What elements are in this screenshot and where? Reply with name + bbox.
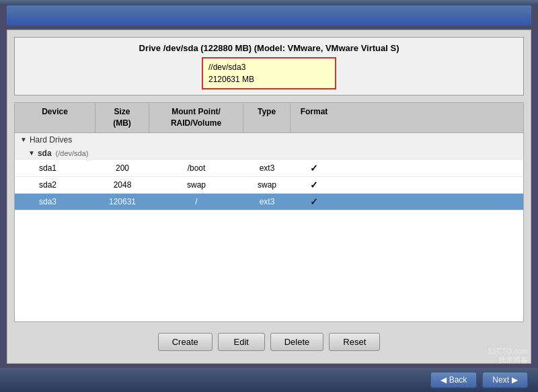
- row1-size: 200: [95, 161, 149, 175]
- row3-mount: /: [149, 194, 243, 209]
- watermark: 51CTO.com技术博客: [488, 347, 528, 365]
- table-row[interactable]: sda1 200 /boot ext3 ✓: [15, 160, 523, 177]
- col-size: Size(MB): [95, 103, 149, 132]
- row3-device: sda3: [15, 194, 95, 209]
- row1-mount: /boot: [149, 161, 243, 175]
- row1-format: ✓: [291, 160, 338, 176]
- drive-info-box: Drive /dev/sda (122880 MB) (Model: VMwar…: [14, 37, 524, 95]
- row2-format: ✓: [291, 177, 338, 193]
- blue-banner: [7, 5, 531, 26]
- back-label: Back: [449, 375, 467, 385]
- col-device: Device: [15, 103, 95, 132]
- bottom-bar: ◀ Back Next ▶: [0, 368, 538, 392]
- table-header: Device Size(MB) Mount Point/RAID/Volume …: [15, 103, 523, 133]
- row3-size: 120631: [95, 194, 149, 209]
- col-format: Format: [291, 103, 338, 132]
- drive-selected-item[interactable]: //dev/sda3 2120631 MB: [202, 57, 336, 89]
- row2-mount: swap: [149, 178, 243, 192]
- back-button[interactable]: ◀ Back: [430, 372, 477, 388]
- row2-type: swap: [243, 178, 291, 192]
- main-content: Drive /dev/sda (122880 MB) (Model: VMwar…: [7, 30, 531, 364]
- edit-button[interactable]: Edit: [218, 333, 265, 351]
- create-button[interactable]: Create: [158, 333, 213, 351]
- back-arrow-icon: ◀: [440, 375, 447, 385]
- subsection-arrow: ▼: [28, 149, 35, 157]
- selected-device-line2: 2120631 MB: [208, 73, 330, 85]
- selected-device-line1: //dev/sda3: [208, 61, 330, 73]
- row2-device: sda2: [15, 178, 95, 192]
- col-mount: Mount Point/RAID/Volume: [149, 103, 243, 132]
- section-hard-drives: ▼ Hard Drives: [15, 133, 523, 147]
- subsection-dev-label: sda: [38, 149, 52, 158]
- next-label: Next: [492, 375, 509, 385]
- subsection-sda: ▼ sda (/dev/sda): [15, 147, 523, 160]
- table-body: ▼ Hard Drives ▼ sda (/dev/sda) sda1 200 …: [15, 133, 523, 321]
- table-row[interactable]: sda2 2048 swap swap ✓: [15, 177, 523, 194]
- row1-device: sda1: [15, 161, 95, 175]
- next-button[interactable]: Next ▶: [482, 372, 528, 388]
- row2-size: 2048: [95, 178, 149, 192]
- next-arrow-icon: ▶: [512, 375, 518, 385]
- col-type: Type: [243, 103, 291, 132]
- row1-type: ext3: [243, 161, 291, 175]
- drive-title: Drive /dev/sda (122880 MB) (Model: VMwar…: [22, 43, 516, 53]
- top-bar: [0, 0, 538, 5]
- reset-button[interactable]: Reset: [329, 333, 380, 351]
- row3-type: ext3: [243, 194, 291, 209]
- section-label-text: Hard Drives: [30, 135, 72, 145]
- subsection-dev-path: (/dev/sda): [56, 149, 89, 157]
- delete-button[interactable]: Delete: [270, 333, 324, 351]
- row3-format: ✓: [291, 194, 338, 210]
- expand-arrow: ▼: [20, 136, 27, 143]
- partition-table: Device Size(MB) Mount Point/RAID/Volume …: [14, 102, 524, 322]
- table-row-selected[interactable]: sda3 120631 / ext3 ✓: [15, 194, 523, 210]
- button-bar: Create Edit Delete Reset: [14, 327, 524, 356]
